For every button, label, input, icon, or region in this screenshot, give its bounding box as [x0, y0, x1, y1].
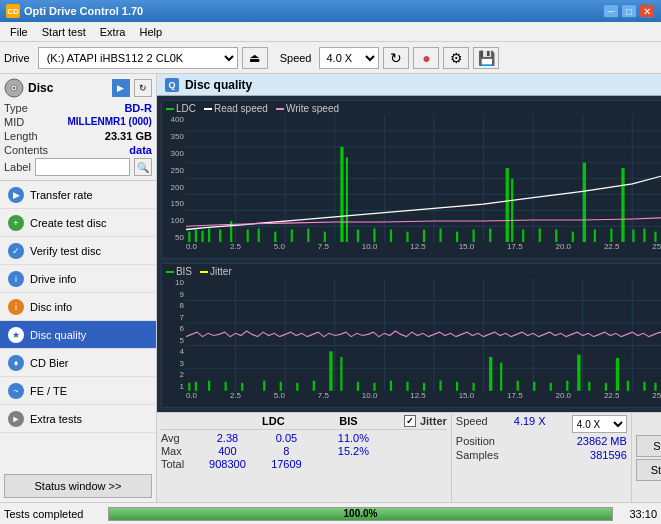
chart2-x-axis: 0.0 2.5 5.0 7.5 10.0 12.5 15.0 17.5 20.0… — [186, 391, 661, 407]
svg-rect-36 — [406, 232, 408, 243]
mid-value: MILLENMR1 (000) — [67, 116, 151, 128]
speed-label: Speed — [280, 52, 312, 64]
svg-rect-37 — [423, 230, 425, 243]
svg-rect-85 — [406, 382, 408, 391]
legend-ldc: LDC — [166, 103, 196, 114]
title-bar-left: CD Opti Drive Control 1.70 — [6, 4, 143, 18]
svg-rect-80 — [329, 352, 332, 391]
speed-select[interactable]: 4.0 X — [319, 47, 379, 69]
legend-jitter: Jitter — [200, 266, 232, 277]
max-label: Max — [161, 445, 196, 457]
start-full-button[interactable]: Start full — [636, 435, 661, 457]
nav-extra-tests-label: Extra tests — [30, 413, 82, 425]
nav-disc-quality[interactable]: ★ Disc quality — [0, 321, 156, 349]
refresh-button[interactable]: ↻ — [383, 47, 409, 69]
contents-label: Contents — [4, 144, 48, 156]
svg-rect-30 — [324, 232, 326, 243]
type-label: Type — [4, 102, 28, 114]
verify-test-disc-icon: ✓ — [8, 243, 24, 259]
status-window-button[interactable]: Status window >> — [4, 474, 152, 498]
read-speed-legend-label: Read speed — [214, 103, 268, 114]
disc-action-button[interactable]: ▶ — [112, 79, 130, 97]
svg-rect-25 — [247, 230, 249, 243]
svg-rect-53 — [643, 228, 645, 242]
nav-fe-te[interactable]: ~ FE / TE — [0, 377, 156, 405]
disc-quality-header: Q Disc quality — [157, 74, 661, 96]
nav-drive-info[interactable]: i Drive info — [0, 265, 156, 293]
drive-select[interactable]: (K:) ATAPI iHBS112 2 CL0K — [38, 47, 238, 69]
right-panel: Q Disc quality LDC — [157, 74, 661, 502]
chart1-container: LDC Read speed Write speed — [161, 100, 661, 259]
svg-rect-88 — [456, 382, 458, 391]
legend-bis: BIS — [166, 266, 192, 277]
svg-rect-48 — [583, 163, 586, 243]
svg-rect-74 — [224, 382, 226, 391]
label-search-button[interactable]: 🔍 — [134, 158, 152, 176]
drive-info-icon: i — [8, 271, 24, 287]
max-jitter: 15.2% — [326, 445, 381, 457]
avg-jitter: 11.0% — [326, 432, 381, 444]
length-value: 23.31 GB — [105, 130, 152, 142]
disc-header: Disc ▶ ↻ — [4, 78, 152, 98]
bis-legend-label: BIS — [176, 266, 192, 277]
maximize-button[interactable]: □ — [621, 4, 637, 18]
svg-rect-89 — [472, 383, 474, 391]
label-input[interactable] — [35, 158, 130, 176]
stats-row1: LDC BIS ✓ Jitter Avg 2.38 0.05 11.0% — [157, 413, 661, 502]
position-label: Position — [456, 435, 495, 447]
record-button[interactable]: ● — [413, 47, 439, 69]
speed-row: Speed 4.19 X 4.0 X — [456, 415, 627, 433]
speed-select-inline[interactable]: 4.0 X — [572, 415, 627, 433]
status-text: Tests completed — [4, 508, 104, 520]
chart2-svg — [186, 278, 661, 391]
title-bar-controls: ─ □ ✕ — [603, 4, 655, 18]
disc-mid-row: MID MILLENMR1 (000) — [4, 116, 152, 128]
svg-rect-87 — [439, 381, 441, 391]
close-button[interactable]: ✕ — [639, 4, 655, 18]
menu-extra[interactable]: Extra — [94, 24, 132, 40]
disc-refresh-button[interactable]: ↻ — [134, 79, 152, 97]
chart2-y-axis-left: 10 9 8 7 6 5 4 3 2 1 — [162, 278, 186, 391]
save-button[interactable]: 💾 — [473, 47, 499, 69]
disc-info-icon: i — [8, 299, 24, 315]
svg-rect-40 — [472, 230, 474, 243]
progress-time: 33:10 — [617, 508, 657, 520]
eject-button[interactable]: ⏏ — [242, 47, 268, 69]
position-value: 23862 MB — [577, 435, 627, 447]
write-speed-legend-dot — [276, 108, 284, 110]
nav-transfer-rate[interactable]: ▶ Transfer rate — [0, 181, 156, 209]
nav-cd-bier[interactable]: ♦ CD Bier — [0, 349, 156, 377]
ldc-legend-label: LDC — [176, 103, 196, 114]
menu-file[interactable]: File — [4, 24, 34, 40]
nav-verify-test-disc[interactable]: ✓ Verify test disc — [0, 237, 156, 265]
jitter-checkbox[interactable]: ✓ — [404, 415, 416, 427]
chart1-x-axis: 0.0 2.5 5.0 7.5 10.0 12.5 15.0 17.5 20.0… — [186, 242, 661, 258]
samples-label: Samples — [456, 449, 499, 461]
nav-create-test-disc[interactable]: + Create test disc — [0, 209, 156, 237]
svg-rect-72 — [195, 382, 197, 391]
position-row: Position 23862 MB — [456, 435, 627, 447]
settings-button[interactable]: ⚙ — [443, 47, 469, 69]
transfer-rate-icon: ▶ — [8, 187, 24, 203]
svg-rect-102 — [654, 383, 656, 391]
total-ldc: 908300 — [200, 458, 255, 470]
jitter-legend-dot — [200, 271, 208, 273]
svg-rect-22 — [208, 228, 210, 242]
menu-help[interactable]: Help — [133, 24, 168, 40]
menu-start-test[interactable]: Start test — [36, 24, 92, 40]
svg-rect-97 — [588, 382, 590, 391]
progress-section: Tests completed 100.0% 33:10 — [0, 502, 661, 524]
extra-tests-icon: ► — [8, 411, 24, 427]
nav-disc-info[interactable]: i Disc info — [0, 293, 156, 321]
disc-quality-title: Disc quality — [185, 78, 252, 92]
svg-rect-78 — [296, 383, 298, 391]
menu-bar: File Start test Extra Help — [0, 22, 661, 42]
nav-extra-tests[interactable]: ► Extra tests — [0, 405, 156, 433]
avg-label: Avg — [161, 432, 196, 444]
ldc-header: LDC — [246, 415, 301, 427]
minimize-button[interactable]: ─ — [603, 4, 619, 18]
disc-type-row: Type BD-R — [4, 102, 152, 114]
start-part-button[interactable]: Start part — [636, 459, 661, 481]
svg-rect-99 — [616, 358, 619, 391]
length-label: Length — [4, 130, 38, 142]
